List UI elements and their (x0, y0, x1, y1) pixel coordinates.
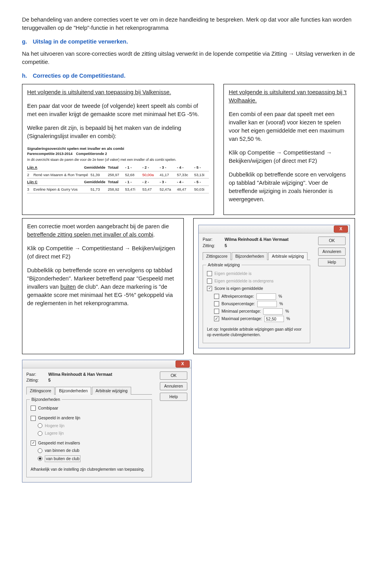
row-a-v3: 50,00a (142, 172, 157, 178)
lbl-min: Minimaal percentage: (221, 308, 261, 314)
rdo-hogere[interactable] (38, 423, 42, 428)
row-c-v0: 51,73 (90, 187, 105, 192)
zitting-value-2: 5 (48, 377, 51, 383)
chk-ondergrenss[interactable] (207, 279, 212, 284)
left-para-2: Een paar dat voor de tweede (of volgende… (27, 102, 209, 118)
row-c-v6: 50,03i (194, 187, 209, 192)
ok-button[interactable]: OK (318, 237, 346, 245)
lower-left-p1: Een correctie moet worden aangebracht bi… (27, 222, 179, 239)
sig-row-c: 3 Eveline Nipen & Gurry Vos 51,73 258,92… (27, 186, 209, 193)
cancel-button-2[interactable]: Annuleren (160, 382, 187, 390)
col-4: - 4 - (177, 165, 192, 170)
dialog-arbitrale: X Paar: Wilma Reinhoudt & Han Vermaat Zi… (198, 225, 350, 348)
col-5c: - 5 - (194, 179, 209, 185)
sig-sub: Parencompetitie 2013-2014 Competitierond… (27, 151, 209, 157)
section-g-body: Na het uitvoeren van score-correcties wo… (22, 50, 355, 66)
row-c-v5: 48,47 (177, 187, 192, 192)
col-3c: - 3 - (159, 179, 174, 185)
section-h-heading: h. Correcties op de Competitiestand. (22, 72, 355, 80)
field-max[interactable]: 52,50 (264, 316, 284, 322)
lijn-a-label: Lijn A (27, 165, 82, 170)
pct-3: % (285, 308, 289, 314)
group-bijzonderheden: Bijzonderheden Combipaar Gespeeld in and… (26, 399, 152, 477)
right-box: Het volgende is uitsluitend van toepassi… (223, 84, 355, 215)
tab-zittingscore[interactable]: Zittingscore (203, 252, 231, 260)
ll-p3b: buiten (60, 284, 76, 290)
lbl-binnen: van binnen de club (45, 448, 79, 453)
row-a-v5: 57,33c (177, 172, 192, 178)
col-2: - 2 - (142, 165, 157, 170)
chk-aftrek[interactable] (214, 294, 219, 299)
zitting-value: 5 (225, 243, 227, 249)
lower-right-box: X Paar: Wilma Reinhoudt & Han Vermaat Zi… (193, 218, 355, 354)
group-arbitrale-label: Arbitrale wijziging (206, 262, 242, 268)
left-lead-text: Het volgende is uitsluitend van toepassi… (27, 89, 142, 95)
pct-2: % (279, 301, 283, 307)
chk-andere-lijn[interactable] (31, 416, 36, 421)
arb-note: Let op: Ingestelde arbitrale wijzigingen… (207, 327, 306, 338)
row-c-v4: 52,47a (159, 187, 174, 192)
intro-paragraph: De behandeling van andere correcties voe… (22, 16, 355, 32)
col-4c: - 4 - (177, 179, 192, 185)
lower-left-box: Een correctie moet worden aangebracht bi… (22, 218, 184, 354)
tab-bijzonderheden[interactable]: Bijzonderheden (232, 252, 267, 260)
rdo-buiten[interactable] (38, 456, 42, 461)
cancel-button[interactable]: Annuleren (318, 248, 346, 256)
rdo-lagere[interactable] (38, 431, 42, 436)
rdo-binnen[interactable] (38, 448, 42, 453)
chk-combipaar[interactable] (31, 406, 36, 411)
chk-eigen-gemiddelde[interactable] (207, 271, 212, 276)
group-arbitrale: Arbitrale wijziging Eigen gemiddelde is … (203, 265, 310, 343)
field-bonus[interactable] (257, 301, 277, 307)
dialog-titlebar: X (199, 225, 350, 233)
lbl-score-eigen: Score is eigen gemiddelde (214, 286, 263, 291)
row-c-v2: 53,47i (125, 187, 140, 192)
lbl-max: Maximaal percentage: (221, 316, 262, 322)
left-para-3: Welke paren dit zijn, is bepaald bij het… (27, 124, 209, 140)
field-aftrek[interactable] (256, 293, 276, 300)
chk-score-eigen[interactable]: ✓ (207, 286, 212, 291)
right-para-4: Dubbelklik op betreffende score en vervo… (229, 171, 350, 204)
dialog-tabs: Zittingscore Bijzonderheden Arbitrale wi… (203, 252, 310, 260)
pct-4: % (286, 316, 290, 322)
chk-bonus[interactable] (214, 301, 219, 306)
tab-arbitrale-wijziging[interactable]: Arbitrale wijziging (268, 252, 307, 260)
chk-max[interactable]: ✓ (214, 316, 219, 321)
left-lead-club: Valkenisse. (142, 89, 171, 95)
col-3: - 3 - (159, 165, 174, 170)
right-para-3: Klik op Competitie → Competitiestand → B… (229, 149, 350, 165)
zitting-label-2: Zitting: (26, 377, 44, 383)
col-1: - 1 - (125, 165, 140, 170)
row-c-name: Eveline Nipen & Gurry Vos (33, 187, 88, 192)
chk-invallers[interactable]: ✓ (31, 441, 36, 446)
left-lead: Het volgende is uitsluitend van toepassi… (27, 88, 209, 96)
col-tot: Totaal (108, 165, 123, 170)
col-gem: Gemiddelde (84, 165, 105, 170)
ll-p1b: betreffende zitting spelen met invaller … (27, 231, 153, 238)
lower-left-p3: Dubbelklik op betreffende score en vervo… (27, 266, 179, 308)
field-min[interactable] (263, 308, 283, 315)
lbl-lagere: Lagere lijn (45, 430, 64, 436)
lower-left-p2: Klik op Competitie → Competitiestand → B… (27, 244, 179, 261)
close-icon[interactable]: X (334, 226, 348, 233)
row-c-v1: 258,92 (108, 187, 123, 192)
paar-label-2: Paar: (26, 371, 44, 377)
right-lead: Het volgende is uitsluitend van toepassi… (229, 88, 350, 105)
close-icon-2[interactable]: X (176, 360, 190, 368)
col-gem-c: Gemiddelde (84, 179, 105, 185)
right-para-2: Een combi of een paar dat speelt met een… (229, 110, 350, 143)
row-a-v0: 51,39 (90, 172, 105, 178)
tab-zittingscore-2[interactable]: Zittingscore (26, 387, 55, 395)
ok-button-2[interactable]: OK (160, 371, 187, 380)
sig-lijn-a: Lijn A Gemiddelde Totaal - 1 - - 2 - - 3… (27, 164, 209, 171)
help-button[interactable]: Help (318, 258, 346, 266)
group-bij-label: Bijzonderheden (30, 397, 62, 402)
lijn-c-label: Lijn C (27, 179, 82, 185)
tab-arbitrale-wijziging-2[interactable]: Arbitrale wijziging (92, 387, 131, 395)
help-button-2[interactable]: Help (160, 393, 187, 401)
tab-bijzonderheden-2[interactable]: Bijzonderheden (55, 387, 91, 395)
paar-value: Wilma Reinhoudt & Han Vermaat (225, 237, 289, 242)
chk-min[interactable] (214, 309, 219, 314)
row-a-name: René van Maaren & Ron Trampé (33, 172, 88, 178)
row-a-v4: 41,17 (159, 172, 174, 178)
